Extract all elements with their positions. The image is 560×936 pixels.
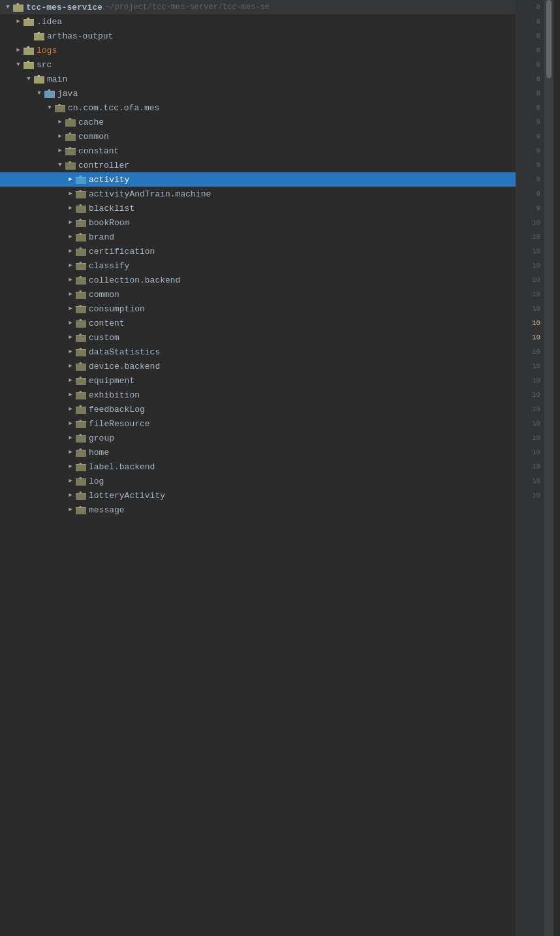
main-arrow	[23, 74, 34, 84]
line-num-8: 8	[516, 101, 540, 115]
idea-arrow	[13, 16, 23, 27]
device-backend-label: device.backend	[89, 362, 160, 371]
tree-item-controller[interactable]: controller	[0, 158, 516, 172]
tree-item-group[interactable]: group	[0, 431, 516, 445]
group-label: group	[89, 433, 114, 443]
tree-item-constant[interactable]: constant	[0, 144, 516, 158]
constant-arrow	[55, 146, 65, 156]
tree-item-activityAndTrain[interactable]: activityAndTrain.machine	[0, 187, 516, 201]
blacklist-arrow	[65, 203, 76, 213]
tree-item-common[interactable]: common	[0, 129, 516, 144]
tree-item-src[interactable]: src	[0, 57, 516, 72]
activity-arrow	[65, 174, 76, 185]
classify-folder-icon	[76, 260, 86, 271]
content-arrow	[65, 318, 76, 328]
common2-label: common	[89, 290, 119, 300]
common2-arrow	[65, 289, 76, 300]
pkg-arrow	[44, 102, 55, 113]
tree-item-brand[interactable]: brand	[0, 230, 516, 244]
tree-item-dataStatistics[interactable]: dataStatistics	[0, 345, 516, 359]
line-num-6: 8	[516, 72, 540, 86]
tree-item-consumption[interactable]: consumption	[0, 302, 516, 316]
bookRoom-label: bookRoom	[89, 218, 129, 228]
common-arrow	[55, 131, 65, 142]
dataStatistics-label: dataStatistics	[89, 347, 160, 357]
tree-item-collection-backend[interactable]: collection.backend	[0, 273, 516, 287]
tree-item-fileResource[interactable]: fileResource	[0, 416, 516, 431]
line-num-5: 8	[516, 57, 540, 72]
tree-item-home[interactable]: home	[0, 445, 516, 460]
tree-item-blacklist[interactable]: blacklist	[0, 201, 516, 215]
tree-item-equipment[interactable]: equipment	[0, 373, 516, 388]
consumption-arrow	[65, 304, 76, 314]
common-label: common	[78, 132, 109, 142]
tree-item-classify[interactable]: classify	[0, 258, 516, 273]
tree-item-main[interactable]: main	[0, 72, 516, 86]
tree-item-log[interactable]: log	[0, 474, 516, 488]
feedbackLog-label: feedbackLog	[89, 405, 145, 414]
tree-item-arthas-output[interactable]: arthas-output	[0, 29, 516, 43]
line-num-17: 10	[516, 230, 540, 244]
equipment-folder-icon	[76, 375, 86, 386]
collection-backend-arrow	[65, 275, 76, 285]
tree-item-cache[interactable]: cache	[0, 115, 516, 129]
tree-item-device-backend[interactable]: device.backend	[0, 359, 516, 373]
tree-item-label-backend[interactable]: label.backend	[0, 460, 516, 474]
line-num-30: 10	[516, 416, 540, 431]
line-num-11: 9	[516, 144, 540, 158]
main-label: main	[47, 74, 67, 84]
label-backend-arrow	[65, 461, 76, 472]
line-num-9: 9	[516, 115, 540, 129]
certification-label: certification	[89, 247, 155, 257]
tree-item-message[interactable]: message	[0, 503, 516, 517]
log-arrow	[65, 476, 76, 486]
idea-label: .idea	[37, 17, 62, 27]
line-num-31: 10	[516, 431, 540, 445]
brand-folder-icon	[76, 232, 86, 242]
custom-folder-icon	[76, 332, 86, 343]
label-backend-folder-icon	[76, 461, 86, 472]
brand-label: brand	[89, 232, 114, 242]
constant-folder-icon	[65, 146, 76, 156]
exhibition-folder-icon	[76, 390, 86, 400]
home-label: home	[89, 448, 109, 458]
certification-folder-icon	[76, 246, 86, 257]
tree-item-activity[interactable]: activity	[0, 172, 516, 187]
group-arrow	[65, 433, 76, 443]
tree-item-feedbackLog[interactable]: feedbackLog	[0, 402, 516, 416]
tree-item-idea[interactable]: .idea	[0, 14, 516, 29]
tree-item-custom[interactable]: custom	[0, 330, 516, 345]
tree-item-java[interactable]: java	[0, 86, 516, 101]
tree-item-common2[interactable]: common	[0, 287, 516, 302]
tree-root[interactable]: tcc-mes-service ~/project/tcc-mes-server…	[0, 0, 516, 14]
feedbackLog-folder-icon	[76, 404, 86, 414]
line-num-7: 8	[516, 86, 540, 101]
line-num-14: 9	[516, 187, 540, 201]
scrollbar[interactable]	[544, 0, 553, 936]
tree-item-exhibition[interactable]: exhibition	[0, 388, 516, 402]
line-num-27: 10	[516, 373, 540, 388]
line-num-33: 10	[516, 460, 540, 474]
content-folder-icon	[76, 318, 86, 328]
src-label: src	[37, 60, 52, 70]
line-num-2: 8	[516, 14, 540, 29]
tree-item-content[interactable]: content	[0, 316, 516, 330]
line-num-13: 9	[516, 172, 540, 187]
device-backend-folder-icon	[76, 361, 86, 371]
pkg-folder-icon	[55, 102, 65, 113]
line-num-19: 10	[516, 258, 540, 273]
line-num-34: 10	[516, 474, 540, 488]
scrollbar-thumb[interactable]	[546, 0, 552, 78]
tree-item-package[interactable]: cn.com.tcc.ofa.mes	[0, 101, 516, 115]
main-folder-icon	[34, 74, 44, 84]
tree-item-logs[interactable]: logs	[0, 43, 516, 57]
cache-folder-icon	[65, 117, 76, 127]
tree-item-certification[interactable]: certification	[0, 244, 516, 258]
custom-label: custom	[89, 333, 119, 343]
line-num-18: 10	[516, 244, 540, 258]
blacklist-folder-icon	[76, 203, 86, 213]
collection-backend-folder-icon	[76, 275, 86, 285]
tree-item-bookRoom[interactable]: bookRoom	[0, 215, 516, 230]
line-num-20: 10	[516, 273, 540, 287]
tree-item-lotteryActivity[interactable]: lotteryActivity	[0, 488, 516, 503]
